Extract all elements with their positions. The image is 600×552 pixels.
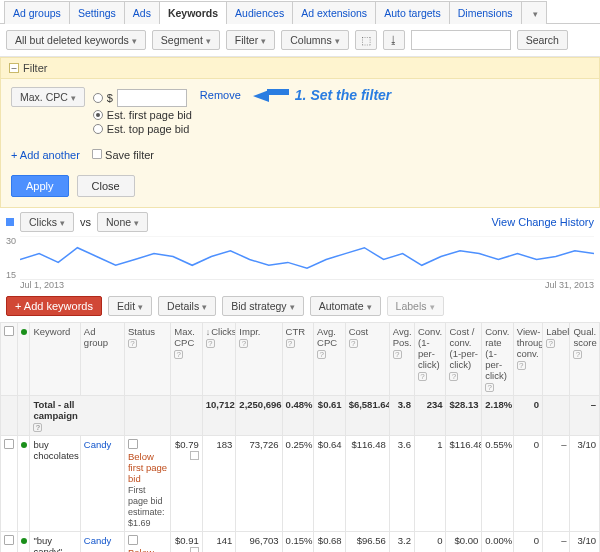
filter-radio-group: $ Est. first page bid Est. top page bid xyxy=(93,87,192,137)
col-vtc[interactable]: View-through conv.? xyxy=(513,323,542,396)
cell-labels: – xyxy=(543,436,570,532)
view-change-history-link[interactable]: View Change History xyxy=(491,216,594,228)
cell-keyword: buy chocolates xyxy=(30,436,80,532)
add-keywords-button[interactable]: + Add keywords xyxy=(6,296,102,316)
tab-auto-targets[interactable]: Auto targets xyxy=(375,1,450,24)
segment-dropdown[interactable]: Segment xyxy=(152,30,220,50)
y-tick-top: 30 xyxy=(6,236,16,246)
cell-status: Below first page bidFirst page bid estim… xyxy=(124,532,170,553)
tab-keywords[interactable]: Keywords xyxy=(159,1,227,24)
cell-vtc: 0 xyxy=(513,436,542,532)
status-checkbox[interactable] xyxy=(128,535,138,545)
save-filter-checkbox[interactable] xyxy=(92,149,102,159)
apply-button[interactable]: Apply xyxy=(11,175,69,197)
cell-impr: 96,703 xyxy=(236,532,282,553)
status-dot-icon xyxy=(21,538,27,544)
col-keyword[interactable]: Keyword xyxy=(30,323,80,396)
cell-keyword: "buy candy" xyxy=(30,532,80,553)
tab-audiences[interactable]: Audiences xyxy=(226,1,293,24)
cell-max-cpc: $0.91 xyxy=(171,532,203,553)
labels-dropdown[interactable]: Labels xyxy=(387,296,444,316)
radio-icon xyxy=(93,110,103,120)
adgroup-link[interactable]: Candy xyxy=(84,535,111,546)
col-qual-score[interactable]: Qual. score? xyxy=(570,323,600,396)
tab-dimensions[interactable]: Dimensions xyxy=(449,1,522,24)
search-input[interactable] xyxy=(411,30,511,50)
radio-first-page-bid[interactable]: Est. first page bid xyxy=(93,109,192,121)
col-cost[interactable]: Cost? xyxy=(345,323,389,396)
cell-cost-conv: $116.48 xyxy=(446,436,482,532)
header-row: Keyword Ad group Status? Max. CPC? Click… xyxy=(1,323,600,396)
details-dropdown[interactable]: Details xyxy=(158,296,216,316)
search-button[interactable]: Search xyxy=(517,30,568,50)
col-conv[interactable]: Conv. (1-per-click)? xyxy=(414,323,446,396)
cell-cost-conv: $0.00 xyxy=(446,532,482,553)
radio-top-page-bid[interactable]: Est. top page bid xyxy=(93,123,192,135)
chart-icon[interactable]: ⬚ xyxy=(355,30,377,50)
col-impr[interactable]: Impr.? xyxy=(236,323,282,396)
col-avg-cpc[interactable]: Avg. CPC? xyxy=(314,323,346,396)
add-another-link[interactable]: + Add another xyxy=(11,149,80,161)
tab-ads[interactable]: Ads xyxy=(124,1,160,24)
bid-strategy-dropdown[interactable]: Bid strategy xyxy=(222,296,303,316)
annotation-1: 1. Set the filter xyxy=(295,87,391,103)
col-max-cpc[interactable]: Max. CPC? xyxy=(171,323,203,396)
adgroup-link[interactable]: Candy xyxy=(84,439,111,450)
edit-icon[interactable] xyxy=(190,451,199,460)
collapse-icon[interactable]: – xyxy=(9,63,19,73)
radio-dollar[interactable]: $ xyxy=(93,89,192,107)
right-series-dropdown[interactable]: None xyxy=(97,212,148,232)
x-tick-right: Jul 31, 2013 xyxy=(545,280,594,290)
automate-dropdown[interactable]: Automate xyxy=(310,296,381,316)
tab-settings[interactable]: Settings xyxy=(69,1,125,24)
remove-filter-link[interactable]: Remove xyxy=(200,87,241,101)
cell-avg-cpc: $0.68 xyxy=(314,532,346,553)
cell-clicks: 183 xyxy=(202,436,236,532)
left-series-dropdown[interactable]: Clicks xyxy=(20,212,74,232)
table-row: buy chocolates Candy Below first page bi… xyxy=(1,436,600,532)
columns-dropdown[interactable]: Columns xyxy=(281,30,348,50)
cell-vtc: 0 xyxy=(513,532,542,553)
filter-title: Filter xyxy=(23,62,47,74)
cell-max-cpc: $0.79 xyxy=(171,436,203,532)
cell-conv-rate: 0.00% xyxy=(482,532,514,553)
status-dot-icon xyxy=(21,442,27,448)
col-adgroup[interactable]: Ad group xyxy=(80,323,124,396)
dollar-input[interactable] xyxy=(117,89,187,107)
cell-pos: 3.2 xyxy=(389,532,414,553)
main-tabs: Ad groups Settings Ads Keywords Audience… xyxy=(0,0,600,24)
filter-panel: – Filter Max. CPC $ Est. first page bid … xyxy=(0,57,600,208)
keywords-table: Keyword Ad group Status? Max. CPC? Click… xyxy=(0,322,600,552)
col-ctr[interactable]: CTR? xyxy=(282,323,314,396)
cell-conv: 0 xyxy=(414,532,446,553)
filter-header: – Filter xyxy=(1,58,599,79)
col-status-dot[interactable] xyxy=(17,323,30,396)
chart-svg xyxy=(20,236,594,280)
col-avg-pos[interactable]: Avg. Pos.? xyxy=(389,323,414,396)
col-cost-conv[interactable]: Cost / conv. (1-per-click)? xyxy=(446,323,482,396)
col-labels[interactable]: Labels? xyxy=(543,323,570,396)
filter-metric-dropdown[interactable]: Max. CPC xyxy=(11,87,85,107)
col-checkbox[interactable] xyxy=(1,323,18,396)
edit-dropdown[interactable]: Edit xyxy=(108,296,152,316)
status-checkbox[interactable] xyxy=(128,439,138,449)
tab-more[interactable] xyxy=(521,1,547,24)
filter-dropdown[interactable]: Filter xyxy=(226,30,275,50)
row-checkbox[interactable] xyxy=(4,439,14,449)
col-status[interactable]: Status? xyxy=(124,323,170,396)
download-icon[interactable]: ⭳ xyxy=(383,30,405,50)
edit-icon[interactable] xyxy=(190,547,199,552)
col-clicks[interactable]: Clicks? xyxy=(202,323,236,396)
x-tick-left: Jul 1, 2013 xyxy=(20,280,64,290)
tab-ad-extensions[interactable]: Ad extensions xyxy=(292,1,376,24)
cell-conv-rate: 0.55% xyxy=(482,436,514,532)
cell-clicks: 141 xyxy=(202,532,236,553)
cell-status: Below first page bidFirst page bid estim… xyxy=(124,436,170,532)
close-button[interactable]: Close xyxy=(77,175,135,197)
tab-ad-groups[interactable]: Ad groups xyxy=(4,1,70,24)
row-checkbox[interactable] xyxy=(4,535,14,545)
col-conv-rate[interactable]: Conv. rate (1-per-click)? xyxy=(482,323,514,396)
vs-label: vs xyxy=(80,216,91,228)
cell-cost: $116.48 xyxy=(345,436,389,532)
keywords-scope-dropdown[interactable]: All but deleted keywords xyxy=(6,30,146,50)
